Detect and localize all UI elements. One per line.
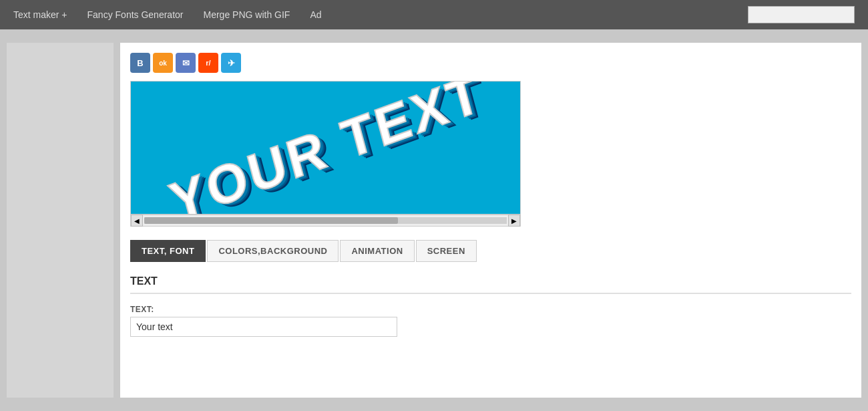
preview-container: YOUR TEXT	[130, 81, 521, 215]
social-buttons: В ok ✉ r/ ✈	[130, 53, 851, 73]
search-input[interactable]	[748, 7, 868, 23]
main-content: В ok ✉ r/ ✈ ▲ ▼ YOUR TEXT	[120, 43, 861, 398]
ad-link[interactable]: Ad	[310, 9, 321, 20]
h-scroll-left-button[interactable]: ◀	[131, 215, 143, 227]
tabs-row: TEXT, FONT COLORS,BACKGROUND ANIMATION S…	[130, 240, 851, 262]
preview-canvas: YOUR TEXT	[131, 82, 521, 214]
navbar: Text maker + Fancy Fonts Generator Merge…	[0, 0, 868, 29]
text-field-label: TEXT:	[130, 305, 851, 314]
page-body: В ok ✉ r/ ✈ ▲ ▼ YOUR TEXT	[0, 29, 868, 411]
text-section: TEXT TEXT:	[130, 275, 851, 337]
merge-png-link[interactable]: Merge PNG with GIF	[203, 9, 290, 20]
ok-button[interactable]: ok	[153, 53, 173, 73]
reddit-button[interactable]: r/	[198, 53, 218, 73]
vk-button[interactable]: В	[130, 53, 150, 73]
tab-text-font[interactable]: TEXT, FONT	[130, 240, 206, 262]
text-input-field[interactable]	[130, 317, 397, 337]
tab-colors-bg[interactable]: COLORS,BACKGROUND	[207, 240, 339, 262]
left-sidebar-ad	[7, 43, 114, 398]
preview-text: YOUR TEXT	[164, 82, 489, 214]
telegram-button[interactable]: ✈	[221, 53, 241, 73]
section-title: TEXT	[130, 275, 851, 294]
h-scroll-thumb[interactable]	[144, 217, 398, 224]
h-scroll-track[interactable]	[144, 217, 507, 224]
text-maker-link[interactable]: Text maker +	[13, 9, 67, 20]
preview-text-wrapper: YOUR TEXT	[164, 82, 488, 214]
tab-screen[interactable]: SCREEN	[416, 240, 477, 262]
fancy-fonts-link[interactable]: Fancy Fonts Generator	[87, 9, 184, 20]
tab-animation[interactable]: ANIMATION	[340, 240, 414, 262]
preview-outer: ▲ ▼ YOUR TEXT ◀ ▶	[130, 81, 521, 227]
horizontal-scrollbar[interactable]: ◀ ▶	[130, 215, 521, 227]
h-scroll-right-button[interactable]: ▶	[508, 215, 520, 227]
mail-button[interactable]: ✉	[176, 53, 196, 73]
search-box	[748, 6, 855, 23]
